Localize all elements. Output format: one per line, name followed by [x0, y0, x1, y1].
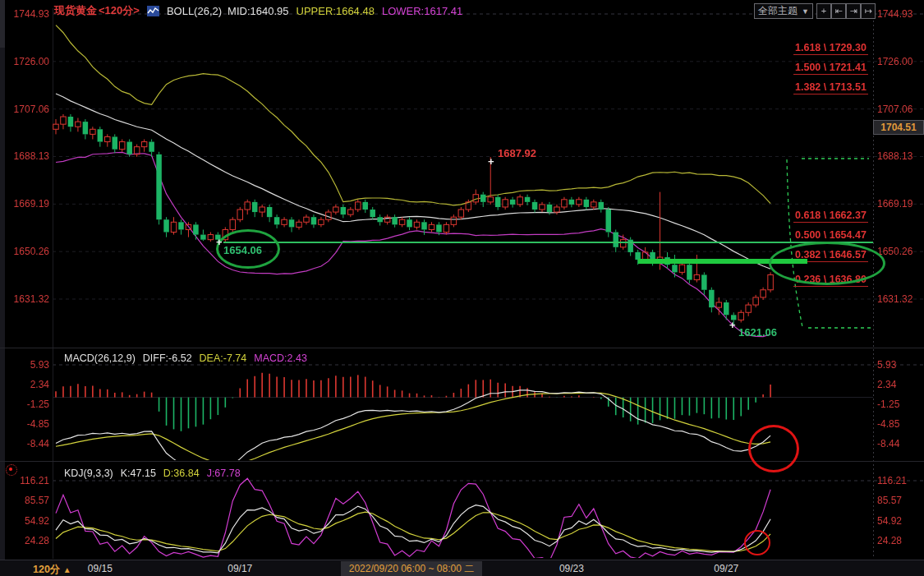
chevron-down-icon: ▼ — [802, 7, 809, 16]
swing-high-label: 1687.92 — [498, 147, 536, 159]
pan-left-button[interactable]: ⇤ — [831, 3, 846, 19]
marker-sun-icon[interactable] — [6, 464, 17, 476]
swing-low2-label: 1621.06 — [738, 326, 777, 339]
triangle-up-icon: ▲ — [63, 565, 71, 574]
macd-diff-value: DIFF:-6.52 — [143, 353, 192, 364]
selected-bar-time-box: 2022/09/20 06:00 ~ 08:00 二 — [341, 561, 482, 576]
price-axis-label-left: 1707.06 — [0, 104, 49, 115]
macd-axis-label-right: 2.34 — [877, 379, 896, 390]
period-label: <120分> — [99, 3, 140, 18]
fib-level-0.500[interactable]: 0.500 \ 1654.47 — [793, 229, 868, 242]
price-axis-label-right: 1688.13 — [877, 150, 913, 162]
kdj-axis-label-right: 85.57 — [877, 495, 902, 506]
kdj-axis-label-left: 24.28 — [0, 535, 49, 546]
price-axis-label-right: 1669.19 — [877, 198, 913, 210]
boll-mid-value: MID:1640.95 — [228, 5, 288, 17]
chart-header: 现货黄金 <120分> BOLL(26,2) MID:1640.95 UPPER… — [54, 2, 462, 19]
macd-axis-label-left: -4.85 — [0, 418, 49, 430]
swing-low1-label: 1654.06 — [223, 244, 262, 256]
pan-end-button[interactable]: ↦ — [861, 3, 876, 19]
kdj-cross-circle[interactable] — [744, 530, 770, 555]
price-axis-label-right: 1726.00 — [877, 56, 913, 67]
panel-separator — [0, 348, 924, 348]
time-tick-09-15: 09/15 — [71, 563, 129, 574]
chart-canvas[interactable] — [0, 0, 924, 576]
price-axis-label-right: 1650.26 — [877, 246, 913, 257]
price-axis-label-left: 1669.19 — [0, 198, 49, 210]
macd-title: MACD(26,12,9) — [64, 353, 136, 364]
macd-axis-label-left: 5.93 — [0, 359, 49, 371]
kdj-axis-label-right: 116.21 — [877, 475, 907, 486]
kdj-axis-label-left: 116.21 — [0, 475, 49, 486]
support-line-1654[interactable] — [223, 242, 873, 243]
price-axis-label-right: 1631.32 — [877, 293, 913, 305]
pan-right-button[interactable]: ⇥ — [846, 3, 861, 19]
boll-upper-value: UPPER:1664.48 — [297, 5, 375, 17]
theme-dropdown-button[interactable]: 全部主题 ▼ — [754, 3, 813, 19]
anchor-cross-low1: + — [216, 238, 223, 247]
move-tool-button[interactable]: + — [816, 3, 831, 19]
price-axis-label-left: 1688.13 — [0, 150, 49, 162]
kdj-axis-label-right: 24.28 — [877, 535, 902, 546]
fib-level-0.618[interactable]: 0.618 \ 1662.37 — [793, 210, 868, 223]
fib-level-1.382[interactable]: 1.382 \ 1713.51 — [793, 81, 868, 94]
macd-axis-label-left: -8.44 — [0, 438, 49, 449]
boll-lower-value: LOWER:1617.41 — [382, 5, 462, 17]
crosshair-price-box: 1704.51 — [873, 120, 924, 135]
macd-axis-label-left: -1.25 — [0, 399, 49, 410]
boll-title: BOLL(26,2) — [167, 5, 222, 17]
macd-dea-value: DEA:-7.74 — [200, 353, 247, 364]
macd-axis-label-right: -4.85 — [877, 418, 899, 430]
trading-terminal: 现货黄金 <120分> BOLL(26,2) MID:1640.95 UPPER… — [0, 0, 924, 576]
price-axis-label-right: 1707.06 — [877, 104, 913, 115]
kdj-k-value: K:47.15 — [121, 468, 156, 479]
kdj-d-value: D:36.84 — [163, 468, 200, 479]
time-tick-09-27: 09/27 — [697, 563, 755, 574]
theme-dropdown-label: 全部主题 — [758, 4, 798, 18]
kdj-j-value: J:67.78 — [207, 468, 241, 479]
macd-axis-label-right: -1.25 — [877, 399, 899, 410]
macd-axis-label-right: -8.44 — [877, 438, 899, 449]
left-edge-panel-top — [0, 0, 5, 48]
macd-header: MACD(26,12,9) DIFF:-6.52 DEA:-7.74 MACD:… — [64, 353, 307, 364]
indicator-icon[interactable] — [147, 6, 159, 16]
left-edge-panel — [0, 0, 5, 576]
kdj-axis-label-right: 54.92 — [877, 515, 902, 527]
ellipse-annotation-fib-0382[interactable] — [769, 242, 885, 285]
price-axis-label-left: 1744.93 — [0, 8, 49, 20]
time-tick-09-17: 09/17 — [211, 563, 269, 574]
macd-cross-circle[interactable] — [748, 425, 799, 472]
anchor-cross-high: + — [488, 158, 494, 166]
kdj-axis-label-left: 85.57 — [0, 495, 49, 506]
macd-macd-value: MACD:2.43 — [254, 353, 307, 364]
fib-level-1.500[interactable]: 1.500 \ 1721.41 — [793, 62, 868, 75]
time-tick-09-23: 09/23 — [543, 563, 600, 574]
price-axis-label-right: 1744.93 — [877, 8, 913, 20]
kdj-axis-label-left: 54.92 — [0, 515, 49, 527]
kdj-title: KDJ(9,3,3) — [64, 468, 113, 479]
timeframe-label[interactable]: 120分 ▲ — [33, 563, 71, 576]
fib-level-1.618[interactable]: 1.618 \ 1729.30 — [793, 42, 868, 55]
macd-axis-label-right: 5.93 — [877, 359, 896, 371]
kdj-header: KDJ(9,3,3) K:47.15 D:36.84 J:67.78 — [64, 468, 241, 479]
time-axis-bar: 120分 ▲ 09/1509/1709/2309/27 2022/09/20 0… — [0, 560, 924, 576]
macd-axis-label-left: 2.34 — [0, 379, 49, 390]
symbol-name: 现货黄金 — [54, 3, 97, 18]
price-axis-label-left: 1726.00 — [0, 56, 49, 67]
anchor-cross-low2: + — [729, 321, 736, 329]
price-axis-label-left: 1631.32 — [0, 293, 49, 305]
price-axis-label-left: 1650.26 — [0, 246, 49, 257]
